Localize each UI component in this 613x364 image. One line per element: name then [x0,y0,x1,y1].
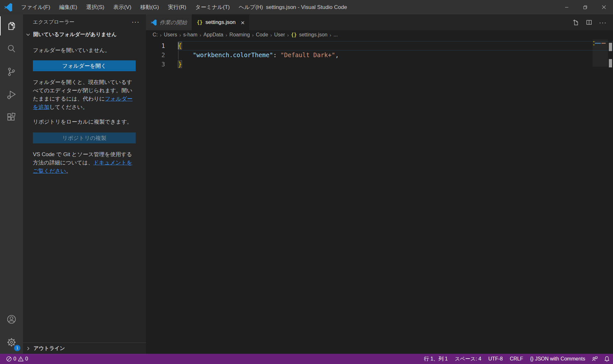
open-folder-button[interactable]: フォルダーを開く [33,60,136,71]
status-bar: 0 0 行 1、列 1 スペース: 4 UTF-8 CRLF {} JSON w… [0,354,613,364]
close-tab-icon[interactable]: × [241,19,245,26]
activity-bar: 1 [0,14,23,354]
problems-indicator[interactable]: 0 0 [4,356,30,362]
open-settings-ui-icon[interactable] [572,19,579,26]
sidebar-more-actions-icon[interactable]: ··· [132,20,140,24]
editor-actions: ··· [566,14,613,30]
extensions-icon[interactable] [0,106,23,129]
breadcrumb-file[interactable]: settings.json [299,32,328,38]
overview-ruler-mark [609,43,612,51]
settings-badge: 1 [14,345,20,351]
breadcrumb-item[interactable]: s-ham [183,32,197,38]
notifications-bell-icon[interactable] [601,356,613,362]
tab-getting-started[interactable]: 作業の開始 [146,14,192,30]
line-number: 3 [146,60,178,69]
clone-repository-button[interactable]: リポジトリの複製 [33,133,136,143]
settings-gear-icon[interactable]: 1 [0,331,23,354]
menu-view[interactable]: 表示(V) [109,0,136,14]
sidebar-title: エクスプローラー [33,19,74,26]
no-folder-section-header[interactable]: 開いているフォルダーがありません [23,30,146,39]
breadcrumb-item[interactable]: Roaming [230,32,250,38]
search-icon[interactable] [0,37,23,60]
tab-bar: 作業の開始 {} settings.json × [146,14,613,30]
menu-file[interactable]: ファイル(F) [17,0,55,14]
more-actions-icon[interactable]: ··· [599,19,607,26]
menu-edit[interactable]: 編集(E) [55,0,82,14]
chevron-right-icon [26,346,31,351]
explorer-sidebar: エクスプローラー ··· 開いているフォルダーがありません フォルダーを開いてい… [23,14,146,354]
explorer-welcome-view: フォルダーを開いていません。 フォルダーを開く フォルダーを開くと、現在開いてい… [23,39,146,182]
json-file-icon: {} [291,32,297,38]
code-editor[interactable]: 1 { 2 "workbench.colorTheme": "Default D… [146,39,613,354]
breadcrumb-more[interactable]: ... [334,32,338,38]
open-folder-note: フォルダーを開くと、現在開いているすべてのエディターが閉じられます。開いたままに… [33,78,136,111]
line-number: 2 [146,50,178,60]
no-folder-text: フォルダーを開いていません。 [33,46,136,55]
eol-sequence[interactable]: CRLF [506,356,527,362]
line-number: 1 [146,41,178,50]
language-mode[interactable]: {} JSON with Comments [526,356,589,362]
menu-help[interactable]: ヘルプ(H) [234,0,268,14]
json-file-icon: {} [197,19,202,25]
vscode-window: ファイル(F) 編集(E) 選択(S) 表示(V) 移動(G) 実行(R) ター… [0,0,613,364]
overview-ruler[interactable] [608,39,613,354]
split-editor-icon[interactable] [586,19,593,26]
accounts-icon[interactable] [0,308,23,331]
explorer-icon[interactable] [0,14,23,37]
overview-ruler-mark [609,59,612,67]
editor-group: 作業の開始 {} settings.json × [146,14,613,354]
breadcrumb-item[interactable]: C: [153,32,158,38]
window-controls [557,0,613,14]
indentation[interactable]: スペース: 4 [451,356,485,362]
breadcrumb-item[interactable]: Code [256,32,268,38]
breadcrumb-item[interactable]: Users [164,32,177,38]
restore-button[interactable] [576,0,594,14]
minimize-button[interactable] [557,0,576,14]
cursor-position[interactable]: 行 1、列 1 [420,356,451,362]
outline-section-header[interactable]: アウトライン [23,343,146,354]
vscode-logo-icon [151,19,157,26]
error-icon [6,356,12,362]
menu-go[interactable]: 移動(G) [136,0,163,14]
breadcrumb-item[interactable]: User [274,32,285,38]
menu-terminal[interactable]: ターミナル(T) [191,0,234,14]
git-docs-note: VS Code で Git とソース管理を使用する方法の詳細については、ドキュメ… [33,150,136,175]
tab-settings-json[interactable]: {} settings.json × [192,14,249,30]
code-line-2: 2 "workbench.colorTheme": "Default Dark+… [146,50,613,60]
clone-repo-text: リポジトリをローカルに複製できます。 [33,118,136,126]
code-line-1: 1 { [146,41,613,50]
title-bar: ファイル(F) 編集(E) 選択(S) 表示(V) 移動(G) 実行(R) ター… [0,0,613,14]
menu-bar: ファイル(F) 編集(E) 選択(S) 表示(V) 移動(G) 実行(R) ター… [17,0,268,14]
chevron-down-icon [26,32,31,37]
breadcrumb-item[interactable]: AppData [203,32,223,38]
source-control-icon[interactable] [0,60,23,83]
feedback-icon[interactable] [589,356,601,362]
menu-run[interactable]: 実行(R) [163,0,191,14]
warning-icon [18,356,24,362]
run-debug-icon[interactable] [0,83,23,106]
vscode-logo-icon [0,3,17,11]
close-window-button[interactable] [594,0,613,14]
encoding[interactable]: UTF-8 [485,356,506,362]
minimap[interactable] [593,39,608,354]
breadcrumb: C:› Users› s-ham› AppData› Roaming› Code… [146,30,613,39]
menu-selection[interactable]: 選択(S) [82,0,109,14]
code-line-3: 3 } [146,60,613,69]
